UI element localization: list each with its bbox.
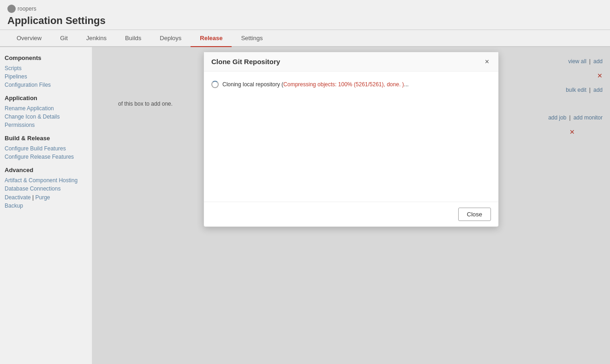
breadcrumb-icon — [7, 5, 16, 13]
modal-footer: Close — [204, 202, 498, 227]
nav-tabs: Overview Git Jenkins Builds Deploys Rele… — [0, 30, 610, 47]
close-button[interactable]: Close — [458, 208, 491, 221]
clone-status: Cloning local repository (Compressing ob… — [211, 81, 491, 88]
modal-overlay: Clone Git Repository × Cloning local rep… — [92, 47, 610, 364]
sidebar-item-pipelines[interactable]: Pipelines — [5, 72, 87, 81]
sidebar-section-components: Components — [5, 54, 87, 61]
breadcrumb-text: roopers — [18, 6, 36, 12]
sidebar-section-build-release: Build & Release — [5, 135, 87, 142]
sidebar-item-configure-build[interactable]: Configure Build Features — [5, 144, 87, 153]
main-layout: Components Scripts Pipelines Configurati… — [0, 47, 610, 364]
tab-overview[interactable]: Overview — [7, 30, 51, 47]
sidebar-item-configuration-files[interactable]: Configuration Files — [5, 81, 87, 89]
sidebar-item-database-connections[interactable]: Database Connections — [5, 185, 87, 193]
sidebar-item-configure-release[interactable]: Configure Release Features — [5, 153, 87, 161]
sidebar-item-purge[interactable]: Purge — [36, 194, 50, 201]
sidebar-item-deactivate-purge-row: Deactivate | Purge — [5, 193, 87, 202]
clone-highlight-text: Compressing objects: 100% (5261/5261), d… — [283, 81, 404, 88]
loading-spinner — [211, 81, 219, 88]
sidebar-item-rename-application[interactable]: Rename Application — [5, 104, 87, 113]
tab-builds[interactable]: Builds — [116, 30, 150, 47]
sidebar-item-artifact-hosting[interactable]: Artifact & Component Hosting — [5, 176, 87, 185]
sidebar-item-permissions[interactable]: Permissions — [5, 121, 87, 129]
page-header: roopers Application Settings — [0, 0, 610, 30]
sidebar-item-change-icon-details[interactable]: Change Icon & Details — [5, 113, 87, 121]
deactivate-purge-separator: | — [31, 194, 36, 201]
sidebar-section-application: Application — [5, 95, 87, 101]
tab-deploys[interactable]: Deploys — [150, 30, 191, 47]
sidebar: Components Scripts Pipelines Configurati… — [0, 47, 92, 364]
clone-text-suffix: ... — [404, 81, 409, 88]
sidebar-section-advanced: Advanced — [5, 167, 87, 173]
sidebar-item-backup[interactable]: Backup — [5, 202, 87, 210]
clone-text-prefix: Cloning local repository ( — [222, 81, 283, 88]
tab-jenkins[interactable]: Jenkins — [77, 30, 116, 47]
modal-header: Clone Git Repository × — [204, 52, 498, 72]
clone-status-text: Cloning local repository (Compressing ob… — [222, 81, 409, 88]
sidebar-item-scripts[interactable]: Scripts — [5, 64, 87, 72]
sidebar-item-deactivate[interactable]: Deactivate — [5, 194, 31, 201]
modal-close-button[interactable]: × — [483, 58, 491, 66]
modal-body: Cloning local repository (Compressing ob… — [204, 72, 498, 202]
page-title: Application Settings — [7, 15, 603, 27]
tab-settings[interactable]: Settings — [232, 30, 272, 47]
content-area: view all | add ✕ bulk edit | add of this… — [92, 47, 610, 364]
tab-release[interactable]: Release — [191, 30, 232, 47]
tab-git[interactable]: Git — [51, 30, 77, 47]
modal-clone-git: Clone Git Repository × Cloning local rep… — [203, 52, 499, 227]
modal-title: Clone Git Repository — [211, 58, 280, 66]
breadcrumb: roopers — [7, 5, 603, 13]
